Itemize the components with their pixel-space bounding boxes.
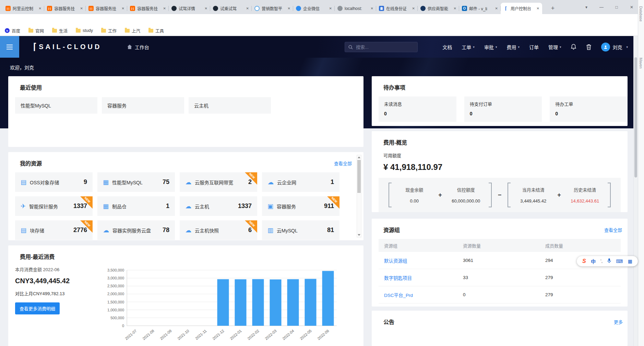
tab-close-icon[interactable]: ✕	[412, 7, 415, 10]
groups-view-all-link[interactable]: 查看全部	[604, 227, 622, 233]
resources-view-all-link[interactable]: 查看全部	[334, 160, 352, 166]
window-close-button[interactable]: ✕	[629, 5, 634, 10]
tab-close-icon[interactable]: ✕	[329, 7, 332, 10]
svg-text:2021-07: 2021-07	[124, 328, 138, 341]
tab-close-icon[interactable]: ✕	[246, 7, 249, 10]
new-badge: NEW	[80, 220, 93, 233]
resource-tile[interactable]: ▤OSS对象存储9	[15, 172, 93, 192]
browser-tab[interactable]: 企业微信✕	[293, 3, 335, 14]
bookmark-item[interactable]: 工作	[101, 27, 117, 34]
todo-item[interactable]: 待支付订单0	[464, 96, 542, 122]
group-name-link[interactable]: DSC平台_Prd	[384, 291, 463, 298]
user-menu[interactable]: 刘克 ▾	[601, 43, 628, 51]
recent-item[interactable]: 云主机	[189, 97, 271, 114]
sogou-logo-icon[interactable]: S	[582, 258, 586, 264]
resource-tile[interactable]: ✈智能探针服务1337NEW	[15, 196, 93, 216]
browser-tab[interactable]: 试驾详情✕	[169, 3, 210, 14]
global-search[interactable]	[345, 42, 418, 52]
browser-tab[interactable]: 查在线身份证✕	[376, 3, 418, 14]
keyboard-icon[interactable]: ⌨	[616, 258, 623, 264]
new-tab-button[interactable]: +	[548, 3, 558, 13]
group-name-link[interactable]: 数字钥匙项目	[384, 274, 463, 281]
dark-globe-favicon-icon	[213, 6, 218, 11]
bookmark-item[interactable]: 生活	[52, 27, 68, 34]
side-tab-database[interactable]: Database	[639, 6, 643, 22]
bookmark-item[interactable]: 官网	[28, 27, 44, 34]
tab-close-icon[interactable]: ✕	[537, 7, 539, 10]
nav-menu-工单[interactable]: 工单▾	[462, 44, 475, 50]
resource-count: 78	[163, 227, 169, 234]
resource-tile[interactable]: ☁容器实例服务云盘78	[97, 220, 175, 240]
page-scrollbar-thumb[interactable]	[634, 57, 637, 177]
tab-close-icon[interactable]: ✕	[163, 7, 166, 10]
resource-count: 1	[331, 178, 334, 186]
hamburger-menu-button[interactable]	[0, 36, 19, 58]
bookmark-item[interactable]: study	[76, 28, 93, 33]
resource-tile[interactable]: ▣容器服务911NEW	[262, 196, 339, 216]
search-input[interactable]	[355, 44, 408, 50]
browser-tab[interactable]: 营销数智平✕	[252, 3, 293, 14]
browser-tab[interactable]: localhost:✕	[335, 3, 376, 14]
toolbox-grid-icon[interactable]: ▦	[628, 258, 632, 264]
window-minimize-button[interactable]: —	[599, 5, 604, 10]
notification-bell-icon[interactable]	[571, 44, 576, 50]
tab-title: 企业微信	[303, 5, 328, 11]
todo-item[interactable]: 未读消息0	[379, 96, 456, 122]
recycle-bin-icon[interactable]	[586, 44, 592, 50]
browser-tab[interactable]: ⌈用户控制台✕	[501, 3, 542, 14]
nav-menu-订单[interactable]: 订单	[529, 44, 539, 50]
resource-name: 云主机快照	[195, 227, 248, 234]
window-chevron-down-button[interactable]: ▾	[584, 5, 589, 10]
todo-item[interactable]: 待办工单0	[550, 96, 628, 122]
ime-punctuation[interactable]: ’,	[600, 259, 603, 264]
new-badge-text: NEW	[331, 196, 338, 204]
window-maximize-button[interactable]: □	[614, 5, 619, 10]
bookmark-item[interactable]: 上汽	[125, 27, 140, 34]
nav-menu-文档[interactable]: 文档	[442, 44, 452, 50]
nav-menu-审批[interactable]: 审批▾	[484, 44, 497, 50]
browser-tab[interactable]: [-]容器服务挂✕	[44, 3, 86, 14]
tab-close-icon[interactable]: ✕	[288, 7, 290, 10]
scroll-down-icon[interactable]	[358, 234, 360, 236]
group-name-link[interactable]: 默认资源组	[384, 257, 463, 264]
resource-tile[interactable]: ☁云企业网1	[262, 172, 339, 192]
browser-tab[interactable]: [-]容器服务挂✕	[86, 3, 127, 14]
resource-tile[interactable]: ☁云主机1337	[180, 196, 257, 216]
browser-tab[interactable]: 试乘试驾✕	[210, 3, 252, 14]
recent-item[interactable]: 性能型MySQL	[15, 97, 97, 114]
spend-detail-button[interactable]: 查看更多消费明细	[15, 302, 60, 314]
resource-tile[interactable]: ☁云主机快照6NEW	[180, 220, 257, 240]
recent-item[interactable]: 容器服务	[102, 97, 184, 114]
nav-menu-管理[interactable]: 管理▾	[548, 44, 561, 50]
microphone-icon[interactable]	[607, 258, 611, 265]
tab-close-icon[interactable]: ✕	[454, 7, 456, 10]
resource-tile[interactable]: ▦制品仓1	[97, 196, 175, 216]
resource-tile[interactable]: ▥云MySQL81	[262, 220, 339, 240]
bookmark-item[interactable]: b百度	[5, 27, 20, 34]
nav-menu-费用[interactable]: 费用▾	[506, 44, 520, 50]
tab-close-icon[interactable]: ✕	[39, 7, 41, 10]
tab-close-icon[interactable]: ✕	[80, 7, 83, 10]
browser-tab[interactable]: [-]容器服务挂✕	[127, 3, 169, 14]
scroll-up-icon[interactable]	[358, 157, 360, 158]
tab-close-icon[interactable]: ✕	[495, 7, 498, 10]
resource-tile[interactable]: ☁云服务互联网带宽2NEW	[180, 172, 257, 192]
resources-scrollbar[interactable]	[357, 155, 361, 238]
browser-tab[interactable]: 供应商智能✕	[418, 3, 459, 14]
tab-close-icon[interactable]: ✕	[122, 7, 124, 10]
bookmark-item[interactable]: 工具	[148, 27, 164, 34]
browser-tab[interactable]: [-]阿里云控制✕	[3, 3, 44, 14]
navbar-right: 文档工单▾审批▾费用▾订单管理▾ 刘克 ▾	[442, 36, 628, 58]
resources-scrollbar-thumb[interactable]	[357, 160, 361, 193]
snapshot-icon: ☁	[185, 227, 191, 234]
ime-mode-chinese[interactable]: 中	[591, 258, 596, 265]
side-tab-maven[interactable]: Maven	[639, 58, 643, 69]
browser-tab[interactable]: O邮件 - v_li✕	[459, 3, 501, 14]
workspace-link[interactable]: 工作台	[127, 36, 149, 58]
tab-close-icon[interactable]: ✕	[371, 7, 373, 10]
resource-tile[interactable]: ▦性能型MySQL75	[97, 172, 175, 192]
announcements-more-link[interactable]: 更多	[614, 319, 623, 325]
page-scrollbar[interactable]	[633, 36, 638, 346]
resource-tile[interactable]: ▤块存储2776NEW	[15, 220, 93, 240]
tab-close-icon[interactable]: ✕	[205, 7, 207, 10]
